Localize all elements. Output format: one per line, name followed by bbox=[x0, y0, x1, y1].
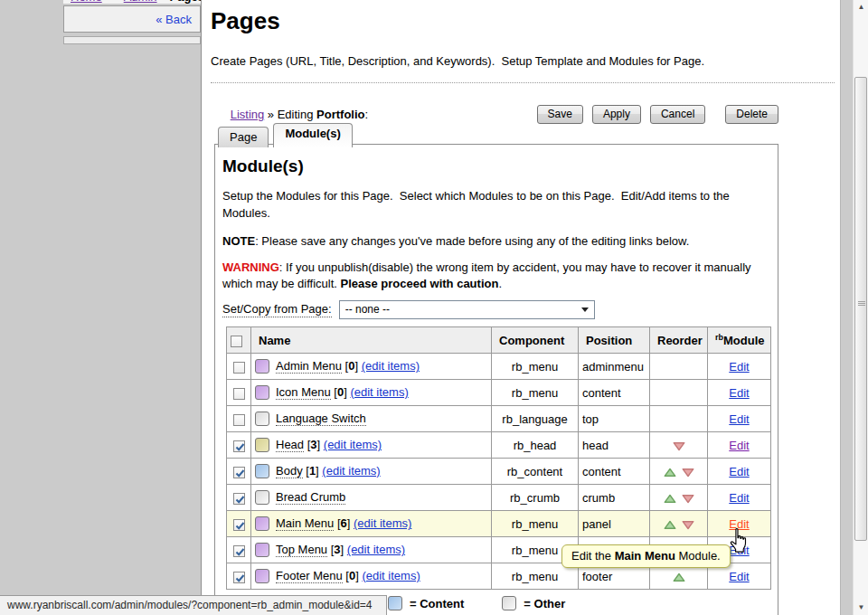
note-text: NOTE: Please save any changes you've mad… bbox=[222, 233, 770, 251]
rb-brand-prefix: rb bbox=[715, 333, 723, 342]
tab-bar: Page Module(s) bbox=[218, 123, 353, 147]
module-item-count: 1 bbox=[309, 464, 316, 478]
edit-items-link[interactable]: (edit items) bbox=[354, 516, 411, 530]
hand-cursor-icon bbox=[729, 528, 748, 555]
col-header-component: Component bbox=[492, 327, 579, 354]
module-row: Icon Menu [0] (edit items)rb_menucontent… bbox=[227, 380, 771, 406]
breadcrumb-colon: : bbox=[365, 108, 369, 121]
page-title: Pages bbox=[211, 7, 280, 35]
row-checkbox[interactable] bbox=[233, 362, 245, 374]
module-name: Main Menu bbox=[276, 516, 334, 531]
vertical-scrollbar[interactable]: ▲ ▼ bbox=[853, 0, 868, 615]
nav-current-page: Pages bbox=[170, 0, 204, 4]
module-component: rb_content bbox=[492, 459, 579, 485]
row-checkbox[interactable] bbox=[233, 467, 245, 478]
move-down-icon[interactable] bbox=[670, 439, 688, 452]
reorder-cell bbox=[650, 485, 708, 511]
breadcrumb-separator: » Editing bbox=[264, 108, 316, 121]
note-label: NOTE bbox=[222, 234, 255, 248]
module-item-count: 0 bbox=[348, 359, 354, 373]
scrollbar-thumb[interactable] bbox=[854, 77, 867, 541]
save-button[interactable]: Save bbox=[537, 105, 583, 124]
delete-button[interactable]: Delete bbox=[725, 105, 778, 124]
edit-module-link[interactable]: Edit bbox=[729, 465, 749, 478]
panel-intro: Setup the Modules for this Page. Select … bbox=[222, 188, 770, 222]
reorder-cell bbox=[650, 511, 708, 537]
row-checkbox[interactable] bbox=[233, 493, 245, 505]
apply-button[interactable]: Apply bbox=[592, 105, 641, 124]
module-row: Head [3] (edit items)rb_headheadEdit bbox=[227, 432, 771, 459]
row-checkbox[interactable] bbox=[233, 545, 245, 557]
nav-home-link[interactable]: Home bbox=[71, 0, 102, 4]
module-component: rb_menu bbox=[492, 354, 579, 380]
module-item-count: 6 bbox=[341, 516, 347, 530]
warning-text: WARNING: If you unpublish(disable) the w… bbox=[222, 260, 769, 294]
module-color-icon bbox=[255, 569, 269, 583]
edit-module-link[interactable]: Edit bbox=[729, 360, 749, 374]
edit-items-link[interactable]: (edit items) bbox=[362, 569, 420, 582]
module-color-icon bbox=[255, 412, 269, 426]
module-color-icon bbox=[255, 385, 269, 400]
reorder-cell bbox=[650, 354, 708, 380]
module-color-icon bbox=[255, 543, 269, 557]
row-checkbox[interactable] bbox=[233, 440, 245, 452]
module-color-icon bbox=[255, 490, 269, 505]
sidebar-strip bbox=[63, 36, 201, 44]
scroll-up-icon[interactable]: ▲ bbox=[854, 0, 868, 14]
cancel-button[interactable]: Cancel bbox=[650, 105, 705, 124]
edit-module-link[interactable]: Edit bbox=[729, 439, 749, 452]
select-all-checkbox[interactable] bbox=[231, 336, 242, 347]
module-row: Language Switchrb_languagetopEdit bbox=[227, 406, 771, 432]
module-item-count: 3 bbox=[310, 438, 316, 451]
status-bar-url: www.ryanbriscall.com/admin/modules/?comp… bbox=[0, 595, 387, 615]
move-down-icon[interactable] bbox=[679, 491, 697, 505]
col-header-position: Position bbox=[579, 327, 650, 354]
module-row: Body [1] (edit items)rb_contentcontentEd… bbox=[227, 459, 771, 485]
warning-period: . bbox=[498, 277, 502, 290]
module-name: Body bbox=[276, 464, 303, 478]
module-position: panel bbox=[579, 511, 650, 537]
row-checkbox[interactable] bbox=[233, 388, 245, 400]
move-down-icon[interactable] bbox=[679, 517, 697, 531]
tab-modules[interactable]: Module(s) bbox=[273, 123, 352, 147]
row-checkbox[interactable] bbox=[233, 519, 245, 531]
legend-label: = Other bbox=[524, 597, 565, 610]
nav-admin-link[interactable]: Admin bbox=[124, 0, 157, 4]
edit-items-link[interactable]: (edit items) bbox=[322, 464, 380, 478]
module-row: Main Menu [6] (edit items)rb_menupanelEd… bbox=[227, 511, 771, 537]
module-position: content bbox=[579, 380, 650, 406]
edit-items-link[interactable]: (edit items) bbox=[362, 359, 420, 373]
set-copy-select[interactable]: -- none -- bbox=[339, 300, 595, 319]
module-component: rb_menu bbox=[492, 511, 579, 537]
edit-items-link[interactable]: (edit items) bbox=[347, 543, 405, 556]
col-header-reorder: Reorder bbox=[650, 327, 708, 354]
module-position: content bbox=[579, 459, 650, 485]
legend-label: = Content bbox=[410, 597, 464, 610]
edit-items-link[interactable]: (edit items) bbox=[324, 438, 382, 451]
back-link[interactable]: « Back bbox=[156, 13, 192, 26]
move-up-icon[interactable] bbox=[661, 491, 679, 505]
move-up-icon[interactable] bbox=[661, 517, 679, 531]
scroll-down-icon[interactable]: ▼ bbox=[854, 601, 868, 615]
reorder-cell bbox=[650, 380, 708, 406]
move-up-icon[interactable] bbox=[670, 570, 688, 583]
tooltip-bold: Main Menu bbox=[615, 549, 675, 563]
edit-module-link[interactable]: Edit bbox=[729, 491, 749, 505]
edit-items-link[interactable]: (edit items) bbox=[350, 385, 408, 399]
edit-module-link[interactable]: Edit bbox=[729, 386, 749, 400]
legend-color-icon bbox=[502, 596, 516, 610]
edit-module-link[interactable]: Edit bbox=[729, 570, 749, 583]
row-checkbox[interactable] bbox=[233, 572, 245, 583]
edit-module-link[interactable]: Edit bbox=[729, 412, 749, 426]
note-body: : Please save any changes you've made be… bbox=[255, 234, 689, 248]
module-component: rb_language bbox=[492, 406, 579, 432]
move-down-icon[interactable] bbox=[679, 465, 697, 478]
module-name: Bread Crumb bbox=[276, 490, 345, 505]
row-checkbox[interactable] bbox=[233, 414, 245, 426]
col-header-name: Name bbox=[251, 327, 492, 354]
tab-page[interactable]: Page bbox=[218, 127, 269, 147]
listing-link[interactable]: Listing bbox=[231, 108, 265, 121]
tooltip-pre: Edit the bbox=[571, 549, 615, 563]
module-name: Top Menu bbox=[276, 543, 327, 557]
move-up-icon[interactable] bbox=[661, 465, 679, 478]
